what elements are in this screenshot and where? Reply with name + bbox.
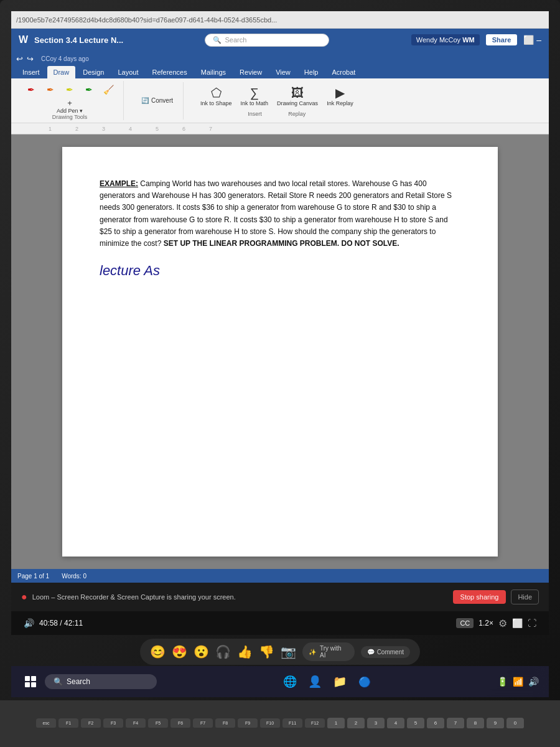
- taskbar-folder-icon[interactable]: 📁: [329, 670, 351, 693]
- tab-help[interactable]: Help: [298, 66, 325, 78]
- example-label: EXAMPLE:: [100, 179, 138, 188]
- key-5[interactable]: 5: [407, 718, 424, 730]
- fullscreen-icon[interactable]: ⛶: [528, 618, 536, 628]
- key-f6[interactable]: F6: [170, 718, 190, 729]
- taskbar-search[interactable]: 🔍 Search: [45, 674, 157, 689]
- drawing-canvas-button[interactable]: 🖼 Drawing Canvas: [274, 85, 321, 108]
- handwriting-text: lecture As: [100, 260, 460, 281]
- cc-badge[interactable]: CC: [456, 618, 474, 628]
- emoji-thumbsup[interactable]: 👍: [237, 644, 253, 659]
- emoji-thumbsdown[interactable]: 👎: [259, 644, 274, 659]
- key-2[interactable]: 2: [347, 718, 365, 730]
- taskbar-user-icon[interactable]: 👤: [304, 670, 326, 693]
- emoji-headphones[interactable]: 🎧: [215, 644, 231, 659]
- tab-layout[interactable]: Layout: [111, 66, 144, 78]
- add-pen-button[interactable]: + Add Pen ▾: [57, 98, 83, 114]
- status-bar: Page 1 of 1 Words: 0: [11, 569, 549, 583]
- windows-logo: [25, 676, 36, 687]
- key-f11[interactable]: F11: [282, 718, 302, 729]
- emoji-smile[interactable]: 😊: [150, 644, 166, 659]
- key-9[interactable]: 9: [487, 718, 504, 730]
- key-f9[interactable]: F9: [238, 718, 258, 729]
- document-body: EXAMPLE: Camping World has two warehouse…: [11, 134, 549, 569]
- window-icon[interactable]: ⬜: [512, 618, 523, 628]
- pen-tool-green[interactable]: ✒: [80, 81, 98, 98]
- ribbon-group-convert: 🔄 Convert: [131, 82, 184, 120]
- tab-references[interactable]: References: [146, 66, 193, 78]
- key-1[interactable]: 1: [327, 718, 345, 730]
- tab-draw[interactable]: Draw: [47, 66, 76, 78]
- key-f7[interactable]: F7: [193, 718, 213, 729]
- ribbon-content: ✒ ✒ ✒ ✒ 🧹 + Add Pen ▾ Drawing Tools: [11, 78, 549, 123]
- ink-shape-icon: ⬠: [211, 87, 222, 99]
- key-esc[interactable]: esc: [36, 718, 56, 729]
- address-bar[interactable]: /1900e5b7e247495682d4b4dc8d680b40?sid=d7…: [11, 11, 549, 29]
- document-page[interactable]: EXAMPLE: Camping World has two warehouse…: [62, 147, 498, 557]
- ruler-mark-1: 1: [49, 126, 52, 132]
- pen-tool-red[interactable]: ✒: [22, 81, 40, 98]
- convert-button[interactable]: 🔄 Convert: [138, 95, 177, 106]
- ruler-mark-5: 5: [156, 126, 159, 132]
- settings-icon[interactable]: ⚙: [498, 618, 507, 629]
- drawing-tools-label: Drawing Tools: [52, 114, 87, 120]
- undo-icon[interactable]: ↩: [16, 54, 23, 63]
- key-f1[interactable]: F1: [58, 718, 78, 729]
- window-controls: ⬜ –: [523, 35, 541, 45]
- taskbar-edge-icon[interactable]: 🌐: [279, 670, 301, 693]
- key-f12[interactable]: F12: [305, 718, 325, 729]
- user-name-text: Wendy McCoy: [416, 36, 460, 44]
- ink-to-shape-button[interactable]: ⬠ Ink to Shape: [197, 85, 235, 108]
- loom-dot: ●: [21, 591, 27, 603]
- search-icon: 🔍: [213, 36, 222, 44]
- pen-tool-orange[interactable]: ✒: [42, 81, 59, 98]
- page-info: Page 1 of 1: [17, 573, 49, 580]
- taskbar-chrome-icon[interactable]: 🔵: [353, 670, 376, 693]
- comment-button[interactable]: 💬 Comment: [361, 646, 410, 658]
- emoji-heart[interactable]: 😍: [172, 644, 187, 659]
- hide-button[interactable]: Hide: [511, 590, 539, 604]
- taskbar-battery-icon: 🔋: [497, 677, 508, 687]
- key-f5[interactable]: F5: [148, 718, 168, 729]
- tab-review[interactable]: Review: [233, 66, 268, 78]
- tab-acrobat[interactable]: Acrobat: [325, 66, 362, 78]
- try-ai-button[interactable]: ✨ Try with AI: [302, 642, 355, 661]
- ribbon-group-drawing-tools: ✒ ✒ ✒ ✒ 🧹 + Add Pen ▾ Drawing Tools: [16, 81, 124, 120]
- key-8[interactable]: 8: [467, 718, 484, 730]
- ink-math-icon: ∑: [250, 87, 259, 99]
- tab-design[interactable]: Design: [77, 66, 110, 78]
- stop-sharing-button[interactable]: Stop sharing: [453, 590, 506, 604]
- key-f2[interactable]: F2: [81, 718, 101, 729]
- key-6[interactable]: 6: [427, 718, 444, 730]
- tab-mailings[interactable]: Mailings: [195, 66, 232, 78]
- comment-icon: 💬: [367, 649, 375, 655]
- pen-tool-yellow[interactable]: ✒: [61, 81, 78, 98]
- key-7[interactable]: 7: [447, 718, 464, 730]
- emoji-surprised[interactable]: 😮: [194, 644, 209, 659]
- ruler-mark-7: 7: [209, 126, 212, 132]
- key-0[interactable]: 0: [506, 718, 524, 730]
- convert-icon: 🔄: [141, 97, 149, 104]
- search-box-ribbon[interactable]: 🔍 Search: [205, 34, 329, 47]
- tab-insert[interactable]: Insert: [16, 66, 46, 78]
- word-count: Words: 0: [62, 573, 86, 580]
- key-f8[interactable]: F8: [215, 718, 235, 729]
- key-f4[interactable]: F4: [126, 718, 146, 729]
- redo-icon[interactable]: ↪: [27, 54, 34, 63]
- pen-tools: ✒ ✒ ✒ ✒ 🧹: [22, 81, 117, 98]
- ink-replay-button[interactable]: ▶ Ink Replay: [324, 85, 357, 108]
- key-f10[interactable]: F10: [260, 718, 280, 729]
- ink-to-math-button[interactable]: ∑ Ink to Math: [238, 85, 272, 108]
- key-3[interactable]: 3: [367, 718, 385, 730]
- eraser-tool[interactable]: 🧹: [100, 81, 117, 98]
- replay-label: Replay: [288, 111, 306, 117]
- loom-left: ● Loom – Screen Recorder & Screen Captur…: [21, 591, 236, 603]
- key-f3[interactable]: F3: [103, 718, 123, 729]
- key-4[interactable]: 4: [387, 718, 404, 730]
- emoji-camera[interactable]: 📷: [281, 644, 296, 659]
- windows-start-button[interactable]: [21, 672, 40, 691]
- tab-view[interactable]: View: [269, 66, 297, 78]
- share-button[interactable]: Share: [486, 34, 518, 45]
- taskbar-left: 🔍 Search: [21, 672, 157, 691]
- ribbon-search-center: 🔍 Search: [123, 34, 411, 47]
- loom-emoji-bar: 😊 😍 😮 🎧 👍 👎 📷 ✨ Try with AI 💬 Comment: [140, 639, 420, 665]
